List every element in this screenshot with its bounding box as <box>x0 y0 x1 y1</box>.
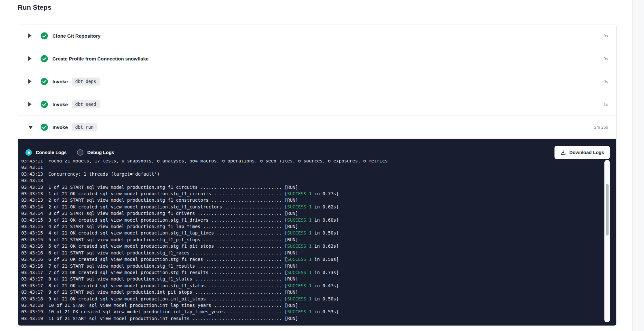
step-command-chip: dbt seed <box>72 100 100 108</box>
console-logs-radio[interactable]: Console Logs <box>25 149 67 156</box>
log-line: 03:43:15 4 of 21 OK created sql view mod… <box>21 230 616 236</box>
log-line: 03:43:16 7 of 21 START sql view model pr… <box>21 263 616 269</box>
log-line: 03:43:16 6 of 21 START sql view model pr… <box>21 250 616 256</box>
log-line: 03:43:13 1 of 21 START sql view model pr… <box>21 184 616 190</box>
step-duration: 1s <box>603 102 608 107</box>
chevron-right-icon[interactable] <box>28 79 32 84</box>
log-line: 03:43:13 <box>21 177 616 184</box>
log-line: 03:43:13 1 of 21 OK created sql view mod… <box>21 190 616 197</box>
step-title: Invoke <box>52 79 68 84</box>
log-panel: Console Logs Debug Logs Download Logs 03… <box>18 139 616 326</box>
console-log-lines: 03:43:11 Found 21 models, 17 tests, 0 sn… <box>21 160 616 322</box>
log-line: 03:43:16 5 of 21 OK created sql view mod… <box>21 243 616 249</box>
download-logs-label: Download Logs <box>569 150 604 155</box>
log-line: 03:43:11 <box>21 164 616 170</box>
page-right-gutter <box>632 0 644 331</box>
log-line: 03:43:17 8 of 21 START sql view model pr… <box>21 276 616 282</box>
step-row[interactable]: Clone Git Repository 0s <box>18 24 616 47</box>
step-duration: 0s <box>603 79 608 84</box>
log-line: 03:43:14 3 of 21 START sql view model pr… <box>21 210 616 216</box>
debug-logs-label: Debug Logs <box>87 150 114 155</box>
check-circle-icon <box>41 32 48 40</box>
log-scrollbar[interactable] <box>604 160 610 322</box>
log-line: 03:43:18 10 of 21 START sql view model p… <box>21 302 616 308</box>
log-line: 03:43:19 10 of 21 OK created sql view mo… <box>21 308 616 315</box>
run-steps-card: Clone Git Repository 0s Create Profile f… <box>18 24 617 326</box>
console-log-viewport[interactable]: 03:43:11 Found 21 models, 17 tests, 0 sn… <box>18 160 616 326</box>
log-line: 03:43:11 Found 21 models, 17 tests, 0 sn… <box>21 160 616 164</box>
check-circle-icon <box>41 124 48 131</box>
log-line: 03:43:14 2 of 21 OK created sql view mod… <box>21 204 616 210</box>
chevron-right-icon[interactable] <box>28 56 32 61</box>
radio-selected-icon <box>25 149 32 156</box>
log-line: 03:43:17 9 of 21 START sql view model pr… <box>21 289 616 295</box>
download-logs-button[interactable]: Download Logs <box>554 146 610 159</box>
log-panel-header: Console Logs Debug Logs Download Logs <box>18 139 616 160</box>
log-line: 03:43:16 6 of 21 OK created sql view mod… <box>21 256 616 262</box>
step-duration: 2m 26s <box>594 125 608 130</box>
step-duration: 0s <box>603 56 608 61</box>
chevron-right-icon[interactable] <box>28 102 32 106</box>
log-line: 03:43:15 4 of 21 START sql view model pr… <box>21 223 616 230</box>
log-line: 03:43:18 9 of 21 OK created sql view mod… <box>21 296 616 302</box>
log-line: 03:43:15 3 of 21 OK created sql view mod… <box>21 217 616 223</box>
step-title: Clone Git Repository <box>52 33 100 39</box>
step-title: Invoke <box>52 102 68 107</box>
log-line: 03:43:13 Concurrency: 1 threads (target=… <box>21 171 616 177</box>
chevron-right-icon[interactable] <box>28 33 32 38</box>
step-command-chip: dbt run <box>72 123 97 131</box>
step-rows: Clone Git Repository 0s Create Profile f… <box>18 24 616 139</box>
log-line: 03:43:17 7 of 21 OK created sql view mod… <box>21 269 616 276</box>
log-line: 03:43:13 2 of 21 START sql view model pr… <box>21 197 616 203</box>
log-line: 03:43:17 8 of 21 OK created sql view mod… <box>21 282 616 289</box>
download-icon <box>560 150 566 155</box>
debug-logs-radio[interactable]: Debug Logs <box>77 149 114 156</box>
log-scrollbar-thumb[interactable] <box>606 184 609 235</box>
step-title: Create Profile from Connection snowflake <box>52 56 148 61</box>
step-command-chip: dbt deps <box>72 78 100 86</box>
step-duration: 0s <box>603 33 608 38</box>
step-row[interactable]: Create Profile from Connection snowflake… <box>18 47 616 70</box>
step-row[interactable]: Invoke dbt run 2m 26s <box>18 116 616 139</box>
console-logs-label: Console Logs <box>36 150 67 155</box>
step-row[interactable]: Invoke dbt deps 0s <box>18 70 616 93</box>
step-title: Invoke <box>52 124 68 130</box>
radio-unselected-icon <box>77 149 83 156</box>
check-circle-icon <box>41 78 48 85</box>
log-line: 03:43:15 5 of 21 START sql view model pr… <box>21 236 616 243</box>
step-row[interactable]: Invoke dbt seed 1s <box>18 93 616 116</box>
log-line: 03:43:19 11 of 21 START sql view model p… <box>21 315 616 322</box>
page-title: Run Steps <box>18 4 52 11</box>
chevron-down-icon[interactable] <box>28 126 33 129</box>
check-circle-icon <box>41 55 48 62</box>
check-circle-icon <box>41 101 48 108</box>
